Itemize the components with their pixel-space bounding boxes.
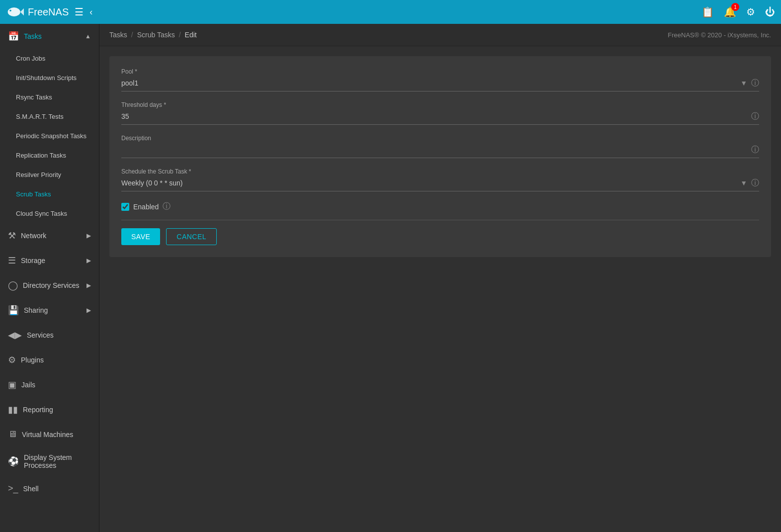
reporting-label: Reporting [23,406,53,414]
threshold-group: Threshold days * ⓘ [121,101,759,125]
network-label: Network [21,232,46,240]
sidebar: 📅 Tasks ▲ Cron Jobs Init/Shutdown Script… [0,24,99,532]
svg-point-0 [8,7,20,16]
sidebar-item-cron-jobs[interactable]: Cron Jobs [0,49,99,68]
description-help-icon[interactable]: ⓘ [751,145,759,155]
pool-select[interactable]: pool1 [121,77,740,89]
enabled-help-icon[interactable]: ⓘ [163,201,171,212]
sidebar-item-shell[interactable]: >_ Shell [0,476,99,501]
enabled-row: Enabled ⓘ [121,201,759,212]
sidebar-item-storage[interactable]: ☰ Storage ▶ [0,248,99,273]
sharing-arrow: ▶ [87,307,91,314]
plugins-label: Plugins [21,356,44,364]
sidebar-item-sharing[interactable]: 💾 Sharing ▶ [0,298,99,323]
schedule-select[interactable]: Weekly (0 0 * * sun) Daily Monthly Custo… [121,177,740,189]
pool-group: Pool * pool1 ▼ ⓘ [121,68,759,91]
sidebar-item-jails[interactable]: ▣ Jails [0,372,99,397]
sidebar-item-system-processes[interactable]: ⚽ Display System Processes [0,446,99,476]
notes-icon[interactable]: 📋 [701,6,714,18]
storage-icon: ☰ [8,255,16,266]
jails-icon: ▣ [8,379,16,390]
sidebar-item-services[interactable]: ◀▶ Services [0,323,99,348]
power-icon[interactable]: ⏻ [765,6,775,18]
breadcrumb-sep-1: / [131,31,133,39]
sidebar-item-resilver-priority[interactable]: Resilver Priority [0,165,99,184]
services-label: Services [27,331,54,339]
plugins-icon: ⚙ [8,355,16,365]
schedule-help-icon[interactable]: ⓘ [751,178,759,188]
enabled-checkbox[interactable] [121,203,129,211]
form-card: Pool * pool1 ▼ ⓘ Threshold days * ⓘ [109,56,771,257]
description-control-wrapper: ⓘ [121,144,759,158]
threshold-label: Threshold days * [121,101,759,108]
copyright-text: FreeNAS® © 2020 - iXsystems, Inc. [668,31,771,39]
svg-point-2 [9,10,11,12]
sidebar-item-replication-tasks[interactable]: Replication Tasks [0,146,99,165]
back-icon[interactable]: ‹ [89,7,92,17]
breadcrumb-scrub-tasks[interactable]: Scrub Tasks [137,31,175,39]
description-input[interactable] [121,144,751,156]
pool-dropdown-icon: ▼ [740,79,747,87]
main-layout: 📅 Tasks ▲ Cron Jobs Init/Shutdown Script… [0,24,781,532]
logo: FreeNAS [6,3,69,21]
schedule-control-wrapper: Weekly (0 0 * * sun) Daily Monthly Custo… [121,177,759,191]
threshold-control-wrapper: ⓘ [121,110,759,125]
pool-label: Pool * [121,68,759,75]
schedule-dropdown-icon: ▼ [740,179,747,187]
tasks-chevron: ▲ [85,33,91,40]
system-processes-icon: ⚽ [8,456,19,467]
jails-label: Jails [21,381,35,389]
threshold-input[interactable] [121,110,751,122]
storage-arrow: ▶ [87,257,91,264]
directory-label: Directory Services [23,281,80,289]
sidebar-tasks-label: Tasks [24,32,42,40]
tasks-icon: 📅 [8,31,19,42]
topbar-left: FreeNAS ☰ ‹ [6,3,92,21]
breadcrumb-tasks[interactable]: Tasks [109,31,127,39]
services-icon: ◀▶ [8,330,22,341]
sidebar-item-periodic-snapshot[interactable]: Periodic Snapshot Tasks [0,126,99,146]
settings-icon[interactable]: ⚙ [746,6,755,18]
shell-label: Shell [23,485,39,493]
sidebar-item-rsync-tasks[interactable]: Rsync Tasks [0,88,99,107]
topbar-right: 📋 🔔 1 ⚙ ⏻ [701,6,775,18]
sidebar-item-cloud-sync[interactable]: Cloud Sync Tasks [0,204,99,223]
sidebar-item-smart-tests[interactable]: S.M.A.R.T. Tests [0,107,99,126]
logo-icon [6,3,24,21]
content-area: Tasks / Scrub Tasks / Edit FreeNAS® © 20… [99,24,781,532]
sidebar-item-virtual-machines[interactable]: 🖥 Virtual Machines [0,422,99,446]
sidebar-item-directory-services[interactable]: ◯ Directory Services ▶ [0,273,99,298]
svg-marker-1 [20,8,24,15]
schedule-label: Schedule the Scrub Task * [121,168,759,175]
sidebar-item-init-shutdown[interactable]: Init/Shutdown Scripts [0,68,99,88]
menu-icon[interactable]: ☰ [75,6,84,18]
sidebar-item-scrub-tasks[interactable]: Scrub Tasks [0,184,99,204]
logo-text: FreeNAS [28,6,69,18]
shell-icon: >_ [8,483,18,494]
sidebar-item-plugins[interactable]: ⚙ Plugins [0,348,99,372]
cancel-button[interactable]: CANCEL [166,228,217,245]
sharing-label: Sharing [24,306,48,314]
description-group: Description ⓘ [121,135,759,158]
storage-label: Storage [21,257,45,265]
schedule-group: Schedule the Scrub Task * Weekly (0 0 * … [121,168,759,191]
notification-badge: 1 [731,3,739,11]
notifications-icon[interactable]: 🔔 1 [724,6,736,18]
sidebar-item-network[interactable]: ⚒ Network ▶ [0,223,99,248]
breadcrumb: Tasks / Scrub Tasks / Edit FreeNAS® © 20… [99,24,781,46]
pool-control-wrapper: pool1 ▼ ⓘ [121,77,759,91]
description-label: Description [121,135,759,142]
vm-icon: 🖥 [8,429,17,440]
sidebar-item-reporting[interactable]: ▮▮ Reporting [0,397,99,422]
vm-label: Virtual Machines [22,431,73,439]
topbar: FreeNAS ☰ ‹ 📋 🔔 1 ⚙ ⏻ [0,0,781,24]
network-arrow: ▶ [87,232,91,239]
threshold-help-icon[interactable]: ⓘ [751,111,759,122]
save-button[interactable]: SAVE [121,228,160,245]
breadcrumb-sep-2: / [179,31,181,39]
pool-help-icon[interactable]: ⓘ [751,78,759,89]
sidebar-tasks-header[interactable]: 📅 Tasks ▲ [0,24,99,49]
sharing-icon: 💾 [8,305,19,316]
enabled-label: Enabled [133,203,159,211]
form-divider [121,220,759,220]
